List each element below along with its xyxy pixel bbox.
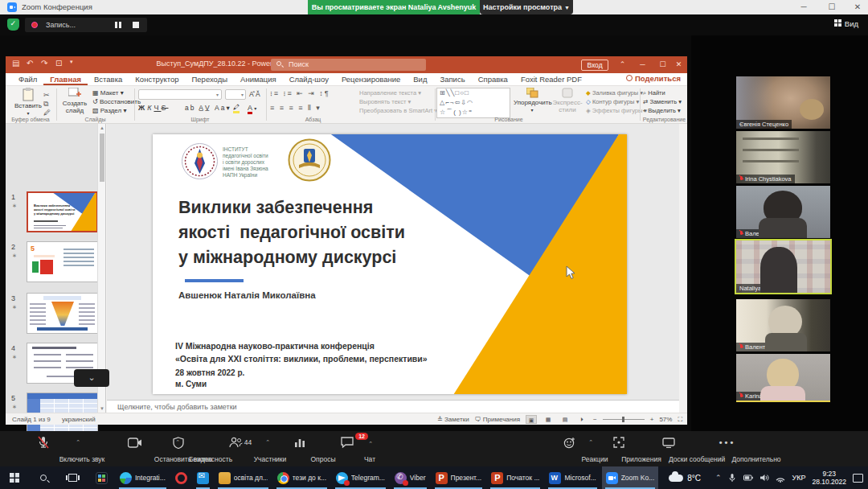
taskbar-app-viber[interactable]: Viber (391, 466, 430, 489)
cut-icon[interactable]: ✂ (43, 91, 51, 99)
pause-recording-button[interactable] (115, 22, 121, 28)
participant-video[interactable]: Валентина Плющ (736, 186, 830, 238)
reactions-button[interactable]: ⌃ Реакции (543, 434, 595, 463)
scroll-up-icon[interactable]: ▲ (100, 125, 104, 130)
ribbon-tab[interactable]: Файл (12, 73, 43, 85)
ppt-minimize-button[interactable]: ─ (633, 56, 653, 73)
taskbar-app-folder[interactable]: освіта дл... (215, 466, 272, 489)
tray-speaker-icon[interactable] (760, 473, 769, 483)
language-indicator[interactable]: украинский (62, 416, 96, 423)
taskbar-app-ppt[interactable]: Початок ... (487, 466, 543, 489)
taskbar-app-mail[interactable] (193, 466, 213, 489)
slideshow-icon[interactable]: ⊡ (55, 59, 62, 68)
slide-title[interactable]: Виклики забезпечення якості педагогічної… (178, 195, 405, 270)
zoom-minimize-button[interactable]: ─ (792, 0, 816, 14)
smartart-button[interactable]: Преобразовать в SmartArt ▾ (359, 107, 437, 114)
ppt-close-button[interactable]: ✕ (669, 56, 689, 73)
reactions-caret[interactable]: ⌃ (588, 439, 593, 446)
slideshow-view-button[interactable]: ⏵ (576, 415, 588, 424)
qat-more-icon[interactable]: ▾ (70, 59, 73, 65)
fit-slide-icon[interactable]: ⛶ (678, 416, 682, 424)
task-view-button[interactable] (58, 466, 87, 489)
list-buttons[interactable]: ⁝≡ ⁝≡ ⇤ ⇥ ↕¶ (270, 89, 330, 97)
signin-button[interactable]: Вход (581, 60, 608, 71)
zoom-out-button[interactable]: − (593, 416, 597, 423)
slide[interactable]: ІНСТИТУТпедагогічної освітиі освіти доро… (153, 134, 627, 394)
align-buttons[interactable]: ≡ ≡ ≡ ≡ ⫴ ▾ (270, 104, 321, 113)
polls-button[interactable]: Опросы (276, 434, 323, 463)
taskbar-app-zoomapp[interactable]: Zoom Ko... (602, 466, 659, 489)
stop-recording-button[interactable] (133, 22, 139, 28)
participant-video[interactable]: Karina (736, 354, 830, 402)
taskbar-search-button[interactable] (29, 466, 58, 489)
unmute-button[interactable]: ⌃ Включить звук (5, 434, 82, 463)
ribbon-tab[interactable]: Вид (407, 73, 433, 85)
weather-widget[interactable]: 8°C (669, 474, 701, 483)
ribbon-tab[interactable]: Справка (472, 73, 514, 85)
reading-view-button[interactable]: ▤ (559, 415, 571, 424)
conference-info[interactable]: IV Міжнародна науково-практична конферен… (175, 339, 428, 365)
ribbon-tab[interactable]: Рецензирование (335, 73, 407, 85)
taskbar-app-edge[interactable]: Integrati... (116, 466, 170, 489)
ribbon-tab[interactable]: Переходы (185, 73, 234, 85)
comments-toggle[interactable]: 🗨 Примечания (475, 416, 520, 423)
grow-shrink-font[interactable]: А̂ А̌ (249, 90, 260, 98)
font-extra-buttons[interactable]: ab A̲V̲ Аа▾ (185, 104, 231, 112)
view-button[interactable]: Вид (834, 19, 858, 28)
ribbon-tab[interactable]: Конструктор (129, 73, 185, 85)
action-center-icon[interactable] (853, 474, 863, 483)
chat-button[interactable]: 12 ⌃ Чат (325, 434, 370, 463)
undo-icon[interactable]: ↶ (27, 59, 33, 68)
taskbar-clock[interactable]: 9:2328.10.2022 (812, 470, 846, 486)
select-button[interactable]: ⌖ Выделить ▾ (643, 107, 681, 115)
zoom-maximize-button[interactable]: ☐ (820, 0, 844, 14)
view-settings-button[interactable]: Настройки просмотра▼ (480, 0, 573, 14)
slide-thumbnail-1[interactable]: Виклики забезпеченняякості педагогічної … (27, 191, 98, 232)
zoom-close-button[interactable]: ✕ (845, 0, 868, 14)
taskbar-app-chrome[interactable]: тези до к... (273, 466, 330, 489)
replace-button[interactable]: ⇄ Заменить ▾ (643, 98, 682, 105)
ribbon-tab[interactable]: Вставка (88, 73, 129, 85)
slide-thumbnail-3[interactable] (27, 293, 98, 334)
chat-caret[interactable]: ⌃ (368, 441, 373, 447)
save-icon[interactable]: ▤ (12, 59, 19, 68)
taskbar-app-ppt[interactable]: Презент... (432, 466, 486, 489)
tray-mic-icon[interactable] (727, 473, 737, 483)
section-button[interactable]: ▧ Раздел ▾ (92, 107, 126, 114)
font-size-combo[interactable]: ▾ (225, 89, 246, 100)
font-name-combo[interactable]: ▾ (138, 89, 222, 100)
participants-scroll-down-button[interactable]: ⌄ (74, 369, 109, 387)
more-button[interactable]: ••• Дополнительно (698, 434, 756, 463)
scroll-down-icon[interactable]: ▼ (100, 406, 104, 411)
notes-toggle[interactable]: ≙ Заметки (437, 416, 469, 423)
paste-button[interactable]: Вставить▾ (12, 88, 44, 117)
notes-area[interactable]: Щелкните, чтобы добавить заметки (107, 400, 679, 413)
share-button[interactable]: Поделиться (626, 74, 681, 83)
ribbon-tab[interactable]: Анимация (234, 73, 283, 85)
copy-icon[interactable]: ⧉ (43, 100, 50, 109)
taskbar-app-tg[interactable]: Telegram... (332, 466, 389, 489)
tray-expand-icon[interactable]: ⌃ (715, 474, 722, 482)
whiteboards-button[interactable]: Доски сообщений (641, 434, 697, 463)
apps-button[interactable]: Приложения (596, 434, 641, 463)
ribbon-tab[interactable]: Слайд-шоу (283, 73, 335, 85)
slide-author[interactable]: Авшенюк Наталія Миколаївна (178, 290, 316, 300)
ribbon-tab[interactable]: Главная (43, 73, 88, 85)
tray-network-icon[interactable] (776, 473, 785, 483)
arrange-button[interactable]: Упорядочить▾ (514, 88, 551, 113)
align-text-button[interactable]: Выровнять текст ▾ (359, 98, 411, 105)
participant-video[interactable]: Євгенія Стеценко (736, 76, 830, 129)
zoom-in-button[interactable]: + (650, 416, 654, 423)
store-button[interactable] (87, 466, 116, 489)
taskbar-app-opera[interactable] (171, 466, 191, 489)
zoom-percent[interactable]: 57% (659, 416, 672, 423)
text-direction-button[interactable]: Направление текста ▾ (359, 89, 421, 97)
redo-icon[interactable]: ↷ (41, 59, 47, 68)
language-indicator[interactable]: УКР (792, 474, 805, 482)
find-button[interactable]: ⌕ Найти (643, 89, 665, 97)
shape-fill-button[interactable]: ◆ Заливка фигуры ▾ (586, 89, 643, 97)
mic-options-caret[interactable]: ⌃ (76, 439, 80, 446)
ribbon-tab[interactable]: Foxit Reader PDF (514, 73, 588, 85)
participants-caret[interactable]: ⌃ (265, 439, 270, 446)
participant-video[interactable]: Irina Chystiakova (736, 131, 830, 183)
